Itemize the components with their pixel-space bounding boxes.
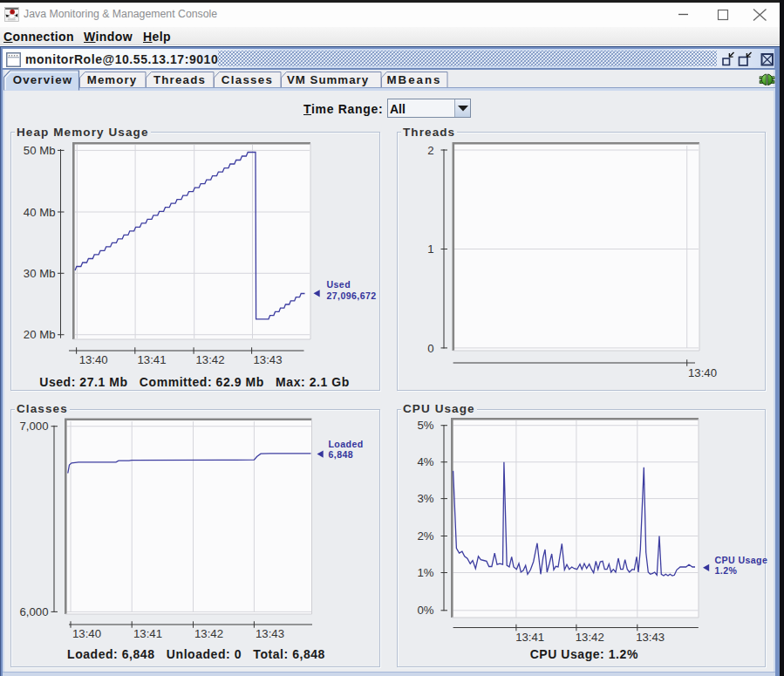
svg-text:Used: Used <box>327 279 351 290</box>
svg-text:13:42: 13:42 <box>194 627 223 640</box>
svg-text:VM Summary: VM Summary <box>287 73 369 86</box>
svg-text:13:43: 13:43 <box>636 631 665 644</box>
svg-text:1%: 1% <box>417 566 433 579</box>
svg-text:2: 2 <box>427 144 433 157</box>
svg-text:13:40: 13:40 <box>72 627 101 640</box>
svg-text:6,000: 6,000 <box>19 605 48 618</box>
svg-text:MBeans: MBeans <box>387 73 442 86</box>
svg-text:CPU Usage: CPU Usage <box>715 555 768 565</box>
svg-text:Used: 27.1 Mb Committed: 62.: Used: 27.1 Mb Committed: 62.9 Mb Max: 2.… <box>39 375 349 389</box>
svg-text:13:41: 13:41 <box>133 627 162 640</box>
svg-text:40 Mb: 40 Mb <box>24 206 56 219</box>
svg-text:0%: 0% <box>417 604 433 617</box>
svg-text:27,096,672: 27,096,672 <box>327 290 377 301</box>
svg-text:Loaded: Loaded <box>329 439 364 449</box>
svg-text:4%: 4% <box>417 455 433 468</box>
svg-text:13:40: 13:40 <box>79 353 108 366</box>
svg-text:13:42: 13:42 <box>576 631 604 644</box>
svg-text:7,000: 7,000 <box>19 420 48 433</box>
svg-text:0: 0 <box>427 342 433 355</box>
svg-text:3%: 3% <box>417 492 433 505</box>
svg-text:Threads: Threads <box>153 73 206 86</box>
svg-text:6,848: 6,848 <box>329 449 354 460</box>
svg-text:CPU Usage: 1.2%: CPU Usage: 1.2% <box>530 647 638 661</box>
svg-text:Classes: Classes <box>222 73 273 86</box>
svg-text:Loaded: 6,848 Unloaded: 0: Loaded: 6,848 Unloaded: 0 Total: 6,848 <box>67 647 325 661</box>
svg-text:2%: 2% <box>417 529 433 543</box>
svg-text:13:43: 13:43 <box>253 353 282 366</box>
svg-text:1: 1 <box>427 242 433 256</box>
svg-text:Memory: Memory <box>87 73 138 86</box>
svg-text:30 Mb: 30 Mb <box>24 267 56 280</box>
svg-text:13:42: 13:42 <box>195 353 224 366</box>
svg-text:13:43: 13:43 <box>256 627 284 640</box>
svg-text:13:41: 13:41 <box>137 353 166 366</box>
svg-text:50 Mb: 50 Mb <box>24 144 56 157</box>
svg-text:Overview: Overview <box>13 73 73 86</box>
svg-text:1.2%: 1.2% <box>715 565 738 576</box>
svg-text:13:41: 13:41 <box>515 631 544 644</box>
svg-text:20 Mb: 20 Mb <box>24 328 56 341</box>
svg-text:13:40: 13:40 <box>688 366 717 379</box>
svg-text:5%: 5% <box>417 419 433 432</box>
